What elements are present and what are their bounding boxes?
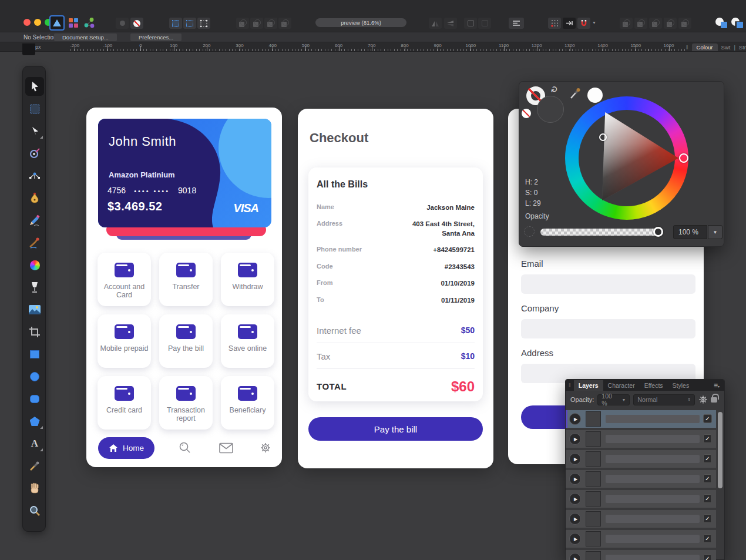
style-picker-icon[interactable]	[116, 18, 129, 29]
export-persona-icon[interactable]	[83, 17, 95, 29]
node-tool[interactable]	[25, 122, 44, 140]
zoom-tool[interactable]	[25, 501, 44, 520]
pixel-alignment-toggle[interactable]	[563, 18, 576, 29]
document-setup-button[interactable]: Document Setup...	[54, 33, 117, 41]
opacity-slider-knob[interactable]	[653, 227, 663, 237]
saturation-selector[interactable]	[599, 133, 607, 141]
snapping-magnet-icon[interactable]	[577, 18, 590, 29]
view-hand-tool[interactable]	[25, 479, 44, 498]
layer-name-bar[interactable]	[606, 455, 700, 463]
layer-row[interactable]: ▶ ✓	[566, 530, 716, 548]
layer-row[interactable]: ▶ ✓	[566, 510, 716, 528]
snapping-grid-icon[interactable]	[548, 18, 561, 29]
action-tile[interactable]: Withdraw	[221, 253, 274, 306]
rectangle-tool[interactable]	[25, 345, 44, 364]
form-field-input[interactable]	[521, 319, 695, 338]
hue-selector[interactable]	[679, 153, 688, 163]
layer-row[interactable]: ▶ ✓	[566, 410, 716, 428]
layer-thumbnail[interactable]	[586, 551, 601, 560]
layer-visibility-checkbox[interactable]: ✓	[703, 494, 712, 503]
nav-home-button[interactable]: Home	[98, 437, 154, 459]
view-quality-dropdown[interactable]: preview (81.6%)	[315, 18, 406, 27]
action-tile[interactable]: Pay the bill	[159, 314, 213, 368]
boolean-add-icon[interactable]	[620, 18, 633, 29]
ellipse-tool[interactable]	[25, 367, 44, 386]
layer-thumbnail[interactable]	[586, 471, 601, 487]
panel-grip-icon[interactable]: ‖	[566, 383, 574, 388]
layer-visibility-checkbox[interactable]: ✓	[703, 534, 712, 543]
action-tile[interactable]: Credit card	[98, 376, 151, 430]
layer-visibility-checkbox[interactable]: ✓	[703, 474, 712, 483]
layers-opacity-dropdown[interactable]: 100 %▼	[597, 394, 630, 405]
layer-expand-icon[interactable]: ▶	[569, 473, 581, 485]
boolean-combine-icon[interactable]	[678, 18, 691, 29]
layer-row[interactable]: ▶ ✓	[566, 470, 716, 488]
layers-scrollbar-thumb[interactable]	[718, 412, 723, 488]
pencil-tool[interactable]	[25, 211, 44, 230]
minimize-window-button[interactable]	[34, 19, 41, 26]
layer-expand-icon[interactable]: ▶	[569, 433, 581, 445]
swap-colours-icon[interactable]: ↻	[549, 86, 560, 93]
layer-row[interactable]: ▶ ✓	[566, 490, 716, 508]
action-tile[interactable]: Mobile prepaid	[98, 314, 151, 368]
move-forward-icon[interactable]	[250, 18, 263, 29]
close-window-button[interactable]	[23, 19, 31, 26]
alignment-icon[interactable]	[509, 18, 524, 29]
boolean-divide-icon[interactable]	[664, 18, 677, 29]
fill-gradient-tool[interactable]	[25, 256, 44, 274]
designer-persona-icon[interactable]	[69, 18, 78, 28]
pixel-grid-icon[interactable]	[183, 18, 196, 29]
rotate-ccw-icon[interactable]	[464, 18, 477, 29]
opacity-caret-button[interactable]: ▼	[708, 225, 723, 239]
action-tile[interactable]: Beneficiary	[221, 376, 274, 430]
panel-tab[interactable]: Styles	[668, 380, 694, 391]
tab-colour[interactable]: Colour	[692, 43, 718, 51]
panel-tab[interactable]: Character	[603, 380, 640, 391]
layer-name-bar[interactable]	[606, 535, 700, 543]
opacity-value-field[interactable]: 100 %	[673, 225, 707, 239]
transform-box-icon[interactable]	[197, 18, 210, 29]
rotate-cw-icon[interactable]	[478, 18, 491, 29]
layer-name-bar[interactable]	[606, 475, 700, 483]
contour-tool[interactable]	[25, 166, 44, 185]
layer-thumbnail[interactable]	[586, 531, 601, 546]
nocolour-swatch[interactable]	[522, 109, 531, 118]
layer-thumbnail[interactable]	[586, 411, 601, 427]
layer-row[interactable]: ▶ ✓	[566, 550, 716, 560]
layer-thumbnail[interactable]	[586, 431, 601, 447]
layer-name-bar[interactable]	[606, 415, 700, 423]
picked-colour-swatch[interactable]	[587, 88, 603, 103]
vector-crop-tool[interactable]	[25, 323, 44, 341]
action-tile[interactable]: Transaction report	[159, 376, 213, 430]
tab-swatches[interactable]: Swt	[721, 44, 731, 51]
layer-visibility-checkbox[interactable]: ✓	[703, 454, 712, 463]
layer-row[interactable]: ▶ ✓	[566, 450, 716, 468]
layer-expand-icon[interactable]: ▶	[569, 493, 581, 505]
colour-picker-tool[interactable]	[25, 457, 44, 475]
action-tile[interactable]: Transfer	[159, 253, 213, 306]
fill-colour-swatch-icon[interactable]	[715, 18, 727, 28]
layer-expand-icon[interactable]: ▶	[569, 533, 581, 545]
panel-tab[interactable]: Effects	[640, 380, 668, 391]
layer-thumbnail[interactable]	[586, 491, 601, 507]
colour-picker-icon[interactable]	[569, 85, 583, 100]
text-tool[interactable]: A	[25, 434, 44, 453]
layer-settings-gear-icon[interactable]	[698, 395, 707, 404]
layer-expand-icon[interactable]: ▶	[569, 413, 581, 425]
opacity-slider[interactable]	[540, 229, 661, 236]
flip-horizontal-icon[interactable]	[429, 18, 442, 29]
layer-name-bar[interactable]	[606, 515, 700, 523]
polygon-tool[interactable]	[25, 412, 44, 431]
move-tool[interactable]	[25, 77, 44, 96]
layer-thumbnail[interactable]	[586, 511, 601, 527]
layer-expand-icon[interactable]: ▶	[569, 553, 581, 560]
pay-the-bill-button[interactable]: Pay the bill	[308, 417, 483, 441]
form-field-input[interactable]	[521, 274, 695, 294]
move-backward-icon[interactable]	[264, 18, 277, 29]
move-to-front-icon[interactable]	[236, 18, 249, 29]
nav-search-button[interactable]	[176, 438, 194, 457]
colour-wheel[interactable]	[565, 96, 688, 220]
panel-menu-icon[interactable]: ≡▾	[714, 381, 724, 390]
move-to-back-icon[interactable]	[278, 18, 291, 29]
transparency-tool[interactable]	[25, 278, 44, 297]
